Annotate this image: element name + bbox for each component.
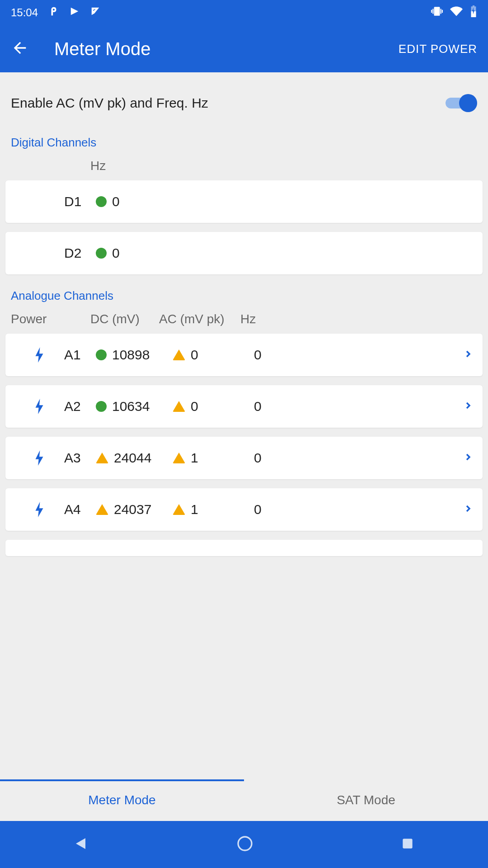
status-time: 15:04 — [11, 6, 38, 19]
status-triangle-icon — [96, 453, 108, 463]
channel-row-a3[interactable]: A3 24044 1 0 — [5, 437, 483, 479]
dc-column-header: DC (mV) — [64, 312, 150, 326]
tab-meter-mode[interactable]: Meter Mode — [0, 779, 244, 821]
analogue-channels-header: Analogue Channels — [5, 283, 483, 312]
enable-ac-toggle-row: Enable AC (mV pk) and Freq. Hz — [5, 81, 483, 130]
status-dot-green-icon — [96, 196, 107, 207]
channel-ac-value: 1 — [173, 502, 254, 517]
channel-row-a1[interactable]: A1 10898 0 0 — [5, 334, 483, 376]
channel-ac-value: 0 — [173, 347, 254, 363]
tab-indicator — [0, 779, 244, 781]
channel-hz-value: 0 — [96, 194, 120, 209]
status-triangle-icon — [173, 453, 185, 463]
nav-recents-button[interactable] — [400, 836, 415, 853]
channel-ac-value: 0 — [173, 399, 254, 414]
channel-row-d1[interactable]: D1 0 — [5, 180, 483, 223]
check-flag-icon — [90, 6, 100, 19]
power-column-header: Power — [5, 312, 64, 326]
hz-column-header: Hz — [5, 159, 106, 173]
channel-name: A2 — [64, 399, 96, 414]
tab-sat-mode[interactable]: SAT Mode — [244, 779, 488, 821]
ac-column-header: AC (mV pk) — [150, 312, 240, 326]
power-indicator — [14, 347, 64, 363]
channel-row-a2[interactable]: A2 10634 0 0 — [5, 385, 483, 428]
channel-hz-value: 0 — [254, 450, 326, 466]
channel-row-a4[interactable]: A4 24037 1 0 — [5, 488, 483, 531]
channel-row-d2[interactable]: D2 0 — [5, 232, 483, 274]
digital-channels-header: Digital Channels — [5, 130, 483, 159]
chevron-right-icon — [463, 399, 474, 414]
bolt-icon — [35, 502, 44, 517]
power-indicator — [14, 502, 64, 517]
battery-icon — [470, 5, 477, 20]
content-area: Enable AC (mV pk) and Freq. Hz Digital C… — [0, 72, 488, 779]
bolt-icon — [35, 450, 44, 466]
svg-point-0 — [238, 837, 252, 850]
analogue-channel-card: A3 24044 1 0 — [5, 437, 483, 479]
bolt-icon — [35, 399, 44, 414]
play-icon — [70, 6, 80, 19]
chevron-right-icon — [463, 502, 474, 517]
bolt-icon — [35, 347, 44, 363]
channel-name: A1 — [64, 347, 96, 363]
status-triangle-icon — [173, 504, 185, 515]
channel-name: A3 — [64, 450, 96, 466]
bottom-tabs: Meter Mode SAT Mode — [0, 779, 488, 821]
nav-home-button[interactable] — [236, 835, 254, 854]
wifi-icon — [450, 5, 463, 20]
edit-power-button[interactable]: EDIT POWER — [399, 42, 477, 56]
channel-ac-value: 1 — [173, 450, 254, 466]
nav-back-button[interactable] — [73, 835, 89, 854]
channel-dc-value: 24044 — [96, 450, 173, 466]
analogue-channel-card: A2 10634 0 0 — [5, 385, 483, 428]
digital-column-headers: Hz — [5, 159, 483, 180]
hz-column-header: Hz — [240, 312, 256, 326]
channel-hz-value: 0 — [254, 502, 326, 517]
status-dot-green-icon — [96, 248, 107, 259]
digital-channel-card: D1 0 — [5, 180, 483, 223]
status-right — [431, 5, 477, 20]
power-indicator — [14, 399, 64, 414]
page-title: Meter Mode — [54, 39, 399, 59]
power-indicator — [14, 450, 64, 466]
svg-rect-1 — [403, 839, 412, 848]
analogue-channel-card: A1 10898 0 0 — [5, 334, 483, 376]
channel-dc-value: 10898 — [96, 347, 173, 363]
status-triangle-icon — [96, 504, 108, 515]
vibrate-icon — [431, 5, 443, 20]
channel-name: D1 — [64, 194, 96, 209]
enable-ac-label: Enable AC (mV pk) and Freq. Hz — [11, 95, 208, 111]
status-triangle-icon — [173, 349, 185, 360]
enable-ac-toggle[interactable] — [446, 94, 477, 112]
status-triangle-icon — [173, 401, 185, 412]
channel-name: D2 — [64, 245, 96, 261]
chevron-right-icon — [463, 347, 474, 363]
analogue-channel-card: A4 24037 1 0 — [5, 488, 483, 531]
status-bar: 15:04 — [0, 0, 488, 25]
channel-dc-value: 10634 — [96, 399, 173, 414]
back-button[interactable] — [11, 39, 29, 59]
analogue-column-headers: Power DC (mV) AC (mV pk) Hz — [5, 312, 483, 334]
status-left: 15:04 — [11, 6, 100, 19]
app-bar: Meter Mode EDIT POWER — [0, 25, 488, 72]
p-icon — [49, 6, 59, 19]
status-dot-green-icon — [96, 349, 107, 360]
channel-hz-value: 0 — [254, 347, 326, 363]
status-dot-green-icon — [96, 401, 107, 412]
digital-channel-card: D2 0 — [5, 232, 483, 274]
channel-hz-value: 0 — [254, 399, 326, 414]
channel-name: A4 — [64, 502, 96, 517]
android-nav-bar — [0, 821, 488, 868]
channel-dc-value: 24037 — [96, 502, 173, 517]
partial-card — [5, 540, 483, 556]
channel-hz-value: 0 — [96, 245, 120, 261]
chevron-right-icon — [463, 450, 474, 466]
